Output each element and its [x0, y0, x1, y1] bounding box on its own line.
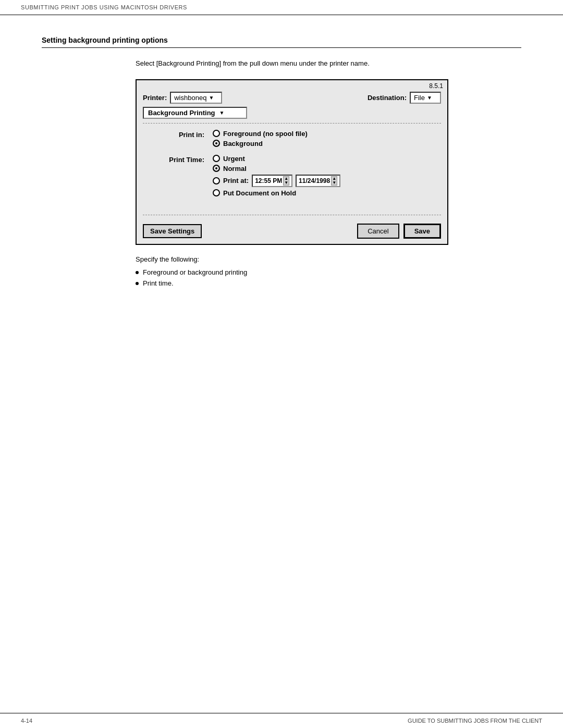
specify-text: Specify the following:	[136, 255, 521, 263]
dialog-box: 8.5.1 Printer: wishboneq ▼ Destination: …	[136, 79, 448, 245]
footer-right: GUIDE TO SUBMITTING JOBS FROM THE CLIENT	[408, 718, 542, 724]
date-value: 11/24/1998	[299, 177, 330, 184]
page-footer: 4-14 GUIDE TO SUBMITTING JOBS FROM THE C…	[0, 713, 563, 728]
intro-text: Select [Background Printing] from the pu…	[136, 58, 386, 69]
printer-value: wishboneq	[174, 94, 206, 102]
urgent-radio[interactable]	[213, 155, 220, 162]
print-at-label: Print at:	[223, 177, 249, 184]
print-at-radio[interactable]	[213, 177, 220, 184]
dialog-body: Print in: Foreground (no spool file) Bac…	[137, 124, 447, 211]
foreground-label: Foreground (no spool file)	[223, 130, 308, 138]
print-in-group: Print in: Foreground (no spool file) Bac…	[147, 130, 437, 147]
background-label: Background	[223, 140, 263, 147]
dialog-right-buttons: Cancel Save	[357, 224, 441, 239]
instructions: Specify the following: Foreground or bac…	[136, 255, 521, 287]
bg-printing-arrow: ▼	[219, 110, 225, 116]
background-printing-dropdown[interactable]: Background Printing ▼	[143, 107, 247, 119]
hold-radio[interactable]	[213, 189, 220, 196]
destination-dropdown[interactable]: File ▼	[410, 92, 441, 104]
dialog-version: 8.5.1	[137, 80, 447, 90]
print-time-options: Urgent Normal Print at: 12:55 PM	[213, 155, 340, 197]
destination-dropdown-arrow: ▼	[427, 95, 432, 101]
bg-printing-label: Background Printing	[148, 109, 215, 117]
list-item: Foreground or background printing	[136, 268, 521, 276]
list-item: Print time.	[136, 279, 521, 287]
page-header: SUBMITTING PRINT JOBS USING MACINTOSH DR…	[0, 0, 563, 15]
background-option[interactable]: Background	[213, 140, 308, 147]
cancel-button[interactable]: Cancel	[357, 224, 399, 239]
hold-label: Put Document on Hold	[223, 189, 296, 197]
printer-label: Printer:	[143, 94, 167, 102]
main-content: Setting background printing options Sele…	[0, 15, 563, 332]
printer-dropdown-arrow: ▼	[209, 95, 214, 101]
bullet-text-2: Print time.	[143, 279, 174, 287]
urgent-label: Urgent	[223, 155, 245, 163]
foreground-radio[interactable]	[213, 130, 220, 137]
bg-printing-row: Background Printing ▼	[137, 107, 447, 123]
time-input[interactable]: 12:55 PM ▲ ▼	[252, 175, 292, 187]
dialog-footer: Save Settings Cancel Save	[137, 219, 447, 244]
bullet-dot	[136, 271, 139, 274]
bullet-list: Foreground or background printing Print …	[136, 268, 521, 287]
urgent-option[interactable]: Urgent	[213, 155, 340, 163]
print-time-label: Print Time:	[147, 155, 204, 164]
footer-left: 4-14	[21, 718, 32, 724]
print-time-group: Print Time: Urgent Normal Pr	[147, 155, 437, 197]
destination-label: Destination:	[368, 94, 407, 102]
printer-dropdown[interactable]: wishboneq ▼	[170, 92, 222, 104]
time-value: 12:55 PM	[255, 177, 282, 184]
bullet-dot	[136, 282, 139, 285]
print-in-label: Print in:	[147, 130, 204, 139]
bottom-separator	[143, 215, 441, 215]
save-settings-button[interactable]: Save Settings	[143, 224, 202, 238]
time-spinner[interactable]: ▲ ▼	[283, 176, 289, 186]
destination-value: File	[414, 94, 425, 102]
normal-radio[interactable]	[213, 165, 220, 172]
normal-label: Normal	[223, 165, 247, 172]
destination-group: Destination: File ▼	[368, 92, 441, 104]
hold-option[interactable]: Put Document on Hold	[213, 189, 340, 197]
date-spinner[interactable]: ▲ ▼	[331, 176, 337, 186]
header-text: SUBMITTING PRINT JOBS USING MACINTOSH DR…	[21, 4, 187, 10]
date-input[interactable]: 11/24/1998 ▲ ▼	[296, 175, 340, 187]
print-at-option[interactable]: Print at: 12:55 PM ▲ ▼ 11/24/1998 ▲	[213, 175, 340, 187]
save-button[interactable]: Save	[403, 224, 441, 239]
normal-option[interactable]: Normal	[213, 165, 340, 172]
printer-group: Printer: wishboneq ▼	[143, 92, 222, 104]
foreground-option[interactable]: Foreground (no spool file)	[213, 130, 308, 138]
bullet-text-1: Foreground or background printing	[143, 268, 247, 276]
section-heading: Setting background printing options	[42, 36, 521, 48]
dialog-top-row: Printer: wishboneq ▼ Destination: File ▼	[137, 90, 447, 107]
background-radio[interactable]	[213, 140, 220, 147]
print-in-options: Foreground (no spool file) Background	[213, 130, 308, 147]
